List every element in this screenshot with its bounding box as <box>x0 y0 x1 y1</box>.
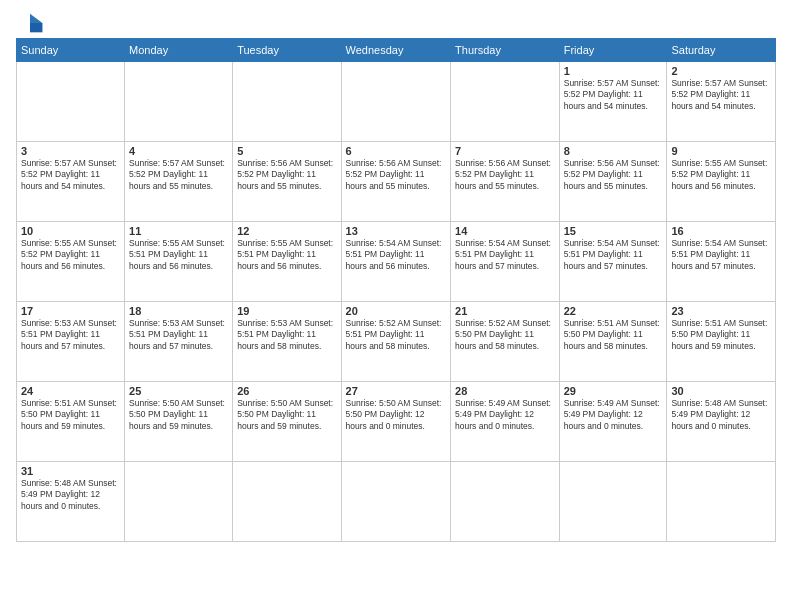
day-info: Sunrise: 5:49 AM Sunset: 5:49 PM Dayligh… <box>455 398 555 432</box>
day-number: 17 <box>21 305 120 317</box>
day-number: 29 <box>564 385 663 397</box>
calendar-cell: 2Sunrise: 5:57 AM Sunset: 5:52 PM Daylig… <box>667 62 776 142</box>
calendar-cell: 6Sunrise: 5:56 AM Sunset: 5:52 PM Daylig… <box>341 142 451 222</box>
day-number: 15 <box>564 225 663 237</box>
day-info: Sunrise: 5:50 AM Sunset: 5:50 PM Dayligh… <box>237 398 336 432</box>
day-info: Sunrise: 5:57 AM Sunset: 5:52 PM Dayligh… <box>564 78 663 112</box>
calendar-cell: 21Sunrise: 5:52 AM Sunset: 5:50 PM Dayli… <box>451 302 560 382</box>
day-number: 11 <box>129 225 228 237</box>
calendar-cell: 29Sunrise: 5:49 AM Sunset: 5:49 PM Dayli… <box>559 382 667 462</box>
calendar-week-row: 10Sunrise: 5:55 AM Sunset: 5:52 PM Dayli… <box>17 222 776 302</box>
day-number: 10 <box>21 225 120 237</box>
calendar-cell: 16Sunrise: 5:54 AM Sunset: 5:51 PM Dayli… <box>667 222 776 302</box>
day-info: Sunrise: 5:49 AM Sunset: 5:49 PM Dayligh… <box>564 398 663 432</box>
calendar-cell <box>451 62 560 142</box>
calendar-cell <box>559 462 667 542</box>
day-info: Sunrise: 5:50 AM Sunset: 5:50 PM Dayligh… <box>129 398 228 432</box>
day-number: 30 <box>671 385 771 397</box>
calendar-cell: 27Sunrise: 5:50 AM Sunset: 5:50 PM Dayli… <box>341 382 451 462</box>
calendar-cell <box>341 62 451 142</box>
calendar-cell: 12Sunrise: 5:55 AM Sunset: 5:51 PM Dayli… <box>233 222 341 302</box>
day-info: Sunrise: 5:55 AM Sunset: 5:52 PM Dayligh… <box>671 158 771 192</box>
calendar-cell: 25Sunrise: 5:50 AM Sunset: 5:50 PM Dayli… <box>125 382 233 462</box>
day-info: Sunrise: 5:54 AM Sunset: 5:51 PM Dayligh… <box>564 238 663 272</box>
day-number: 24 <box>21 385 120 397</box>
calendar-cell <box>667 462 776 542</box>
calendar-cell: 9Sunrise: 5:55 AM Sunset: 5:52 PM Daylig… <box>667 142 776 222</box>
day-number: 3 <box>21 145 120 157</box>
calendar-week-row: 31Sunrise: 5:48 AM Sunset: 5:49 PM Dayli… <box>17 462 776 542</box>
day-info: Sunrise: 5:53 AM Sunset: 5:51 PM Dayligh… <box>21 318 120 352</box>
day-number: 14 <box>455 225 555 237</box>
day-info: Sunrise: 5:56 AM Sunset: 5:52 PM Dayligh… <box>346 158 447 192</box>
day-number: 23 <box>671 305 771 317</box>
calendar-cell <box>233 62 341 142</box>
day-info: Sunrise: 5:55 AM Sunset: 5:51 PM Dayligh… <box>129 238 228 272</box>
day-info: Sunrise: 5:56 AM Sunset: 5:52 PM Dayligh… <box>237 158 336 192</box>
header-saturday: Saturday <box>667 39 776 62</box>
calendar-cell: 23Sunrise: 5:51 AM Sunset: 5:50 PM Dayli… <box>667 302 776 382</box>
calendar-cell: 20Sunrise: 5:52 AM Sunset: 5:51 PM Dayli… <box>341 302 451 382</box>
calendar-cell: 11Sunrise: 5:55 AM Sunset: 5:51 PM Dayli… <box>125 222 233 302</box>
calendar-cell: 15Sunrise: 5:54 AM Sunset: 5:51 PM Dayli… <box>559 222 667 302</box>
calendar-cell: 14Sunrise: 5:54 AM Sunset: 5:51 PM Dayli… <box>451 222 560 302</box>
day-info: Sunrise: 5:53 AM Sunset: 5:51 PM Dayligh… <box>129 318 228 352</box>
day-number: 9 <box>671 145 771 157</box>
day-info: Sunrise: 5:52 AM Sunset: 5:50 PM Dayligh… <box>455 318 555 352</box>
day-info: Sunrise: 5:55 AM Sunset: 5:52 PM Dayligh… <box>21 238 120 272</box>
day-info: Sunrise: 5:51 AM Sunset: 5:50 PM Dayligh… <box>21 398 120 432</box>
calendar-week-row: 24Sunrise: 5:51 AM Sunset: 5:50 PM Dayli… <box>17 382 776 462</box>
calendar: Sunday Monday Tuesday Wednesday Thursday… <box>16 38 776 542</box>
day-info: Sunrise: 5:51 AM Sunset: 5:50 PM Dayligh… <box>671 318 771 352</box>
day-number: 1 <box>564 65 663 77</box>
calendar-cell: 13Sunrise: 5:54 AM Sunset: 5:51 PM Dayli… <box>341 222 451 302</box>
day-info: Sunrise: 5:51 AM Sunset: 5:50 PM Dayligh… <box>564 318 663 352</box>
day-info: Sunrise: 5:54 AM Sunset: 5:51 PM Dayligh… <box>346 238 447 272</box>
day-number: 19 <box>237 305 336 317</box>
calendar-cell <box>341 462 451 542</box>
day-number: 7 <box>455 145 555 157</box>
svg-marker-0 <box>30 14 42 23</box>
svg-marker-1 <box>30 23 42 32</box>
day-number: 20 <box>346 305 447 317</box>
calendar-cell: 4Sunrise: 5:57 AM Sunset: 5:52 PM Daylig… <box>125 142 233 222</box>
calendar-week-row: 1Sunrise: 5:57 AM Sunset: 5:52 PM Daylig… <box>17 62 776 142</box>
calendar-cell <box>125 462 233 542</box>
day-number: 27 <box>346 385 447 397</box>
header-monday: Monday <box>125 39 233 62</box>
day-number: 13 <box>346 225 447 237</box>
day-number: 2 <box>671 65 771 77</box>
day-info: Sunrise: 5:48 AM Sunset: 5:49 PM Dayligh… <box>671 398 771 432</box>
calendar-cell: 31Sunrise: 5:48 AM Sunset: 5:49 PM Dayli… <box>17 462 125 542</box>
calendar-cell: 5Sunrise: 5:56 AM Sunset: 5:52 PM Daylig… <box>233 142 341 222</box>
day-info: Sunrise: 5:57 AM Sunset: 5:52 PM Dayligh… <box>21 158 120 192</box>
logo-icon <box>16 12 44 34</box>
calendar-cell: 7Sunrise: 5:56 AM Sunset: 5:52 PM Daylig… <box>451 142 560 222</box>
weekday-header-row: Sunday Monday Tuesday Wednesday Thursday… <box>17 39 776 62</box>
calendar-cell: 26Sunrise: 5:50 AM Sunset: 5:50 PM Dayli… <box>233 382 341 462</box>
calendar-cell <box>451 462 560 542</box>
calendar-cell: 19Sunrise: 5:53 AM Sunset: 5:51 PM Dayli… <box>233 302 341 382</box>
day-info: Sunrise: 5:55 AM Sunset: 5:51 PM Dayligh… <box>237 238 336 272</box>
day-info: Sunrise: 5:50 AM Sunset: 5:50 PM Dayligh… <box>346 398 447 432</box>
day-number: 18 <box>129 305 228 317</box>
day-number: 16 <box>671 225 771 237</box>
day-number: 31 <box>21 465 120 477</box>
header-thursday: Thursday <box>451 39 560 62</box>
calendar-cell: 22Sunrise: 5:51 AM Sunset: 5:50 PM Dayli… <box>559 302 667 382</box>
header-tuesday: Tuesday <box>233 39 341 62</box>
calendar-cell: 8Sunrise: 5:56 AM Sunset: 5:52 PM Daylig… <box>559 142 667 222</box>
page: Sunday Monday Tuesday Wednesday Thursday… <box>0 0 792 612</box>
day-number: 12 <box>237 225 336 237</box>
header-friday: Friday <box>559 39 667 62</box>
day-info: Sunrise: 5:56 AM Sunset: 5:52 PM Dayligh… <box>564 158 663 192</box>
calendar-week-row: 3Sunrise: 5:57 AM Sunset: 5:52 PM Daylig… <box>17 142 776 222</box>
day-info: Sunrise: 5:57 AM Sunset: 5:52 PM Dayligh… <box>129 158 228 192</box>
calendar-cell: 28Sunrise: 5:49 AM Sunset: 5:49 PM Dayli… <box>451 382 560 462</box>
day-info: Sunrise: 5:57 AM Sunset: 5:52 PM Dayligh… <box>671 78 771 112</box>
header-wednesday: Wednesday <box>341 39 451 62</box>
calendar-cell: 30Sunrise: 5:48 AM Sunset: 5:49 PM Dayli… <box>667 382 776 462</box>
calendar-cell <box>17 62 125 142</box>
day-number: 6 <box>346 145 447 157</box>
day-info: Sunrise: 5:54 AM Sunset: 5:51 PM Dayligh… <box>455 238 555 272</box>
